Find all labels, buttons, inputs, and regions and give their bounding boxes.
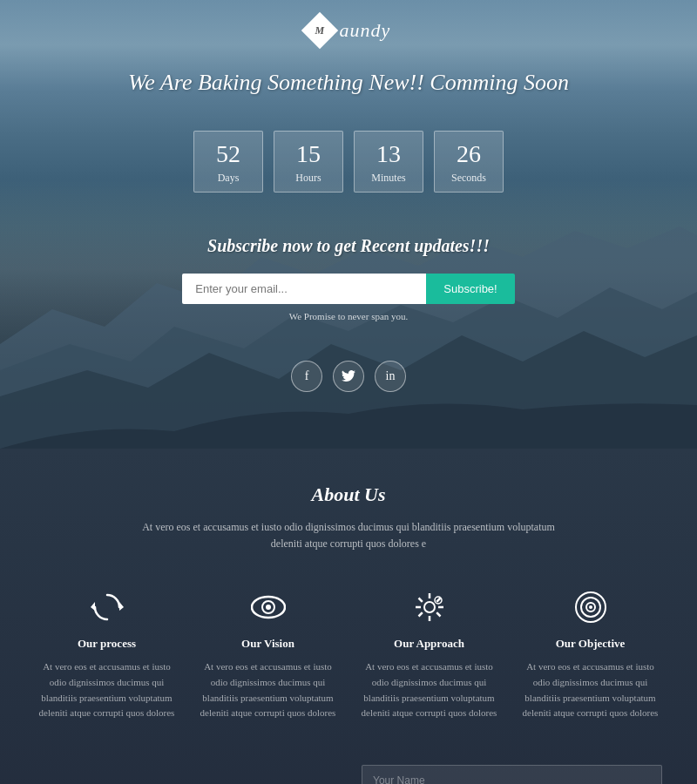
contact-name-input[interactable] [362,765,662,784]
subscribe-note: We Promise to never span you. [0,311,697,321]
svg-marker-3 [119,602,124,611]
facebook-icon[interactable]: f [291,361,322,392]
feature-approach-title: Our Approach [357,637,501,651]
seconds-label: Seconds [442,172,496,185]
svg-marker-4 [91,602,95,611]
minutes-number: 13 [362,142,416,166]
hours-label: Hours [281,172,335,185]
twitter-icon[interactable] [333,361,364,392]
contact-form [362,765,662,784]
about-title: About Us [35,483,662,506]
hero-section: M aundy We Are Baking Something New!! Co… [0,0,697,449]
svg-line-15 [436,598,440,601]
process-icon [35,587,179,626]
countdown-row: 52 Days 15 Hours 13 Minutes 26 Seconds [0,122,697,219]
feature-approach: Our Approach At vero eos et accusamus et… [357,587,501,720]
contact-section: ✉ GET IN TOUCH Lorem ipsum dolor sit ame… [35,765,662,784]
minutes-label: Minutes [362,172,416,185]
svg-line-16 [418,612,422,616]
feature-vision: Our Vision At vero eos et accusamus et i… [196,587,340,720]
objective-icon [518,587,662,626]
seconds-number: 26 [442,142,496,166]
approach-icon [357,587,501,626]
bottom-section: About Us At vero eos et accusamus et ius… [0,449,697,784]
svg-point-7 [266,605,271,610]
countdown-days: 52 Days [193,131,263,193]
subscribe-section: Subscribe now to get Recent updates!!! S… [0,219,697,339]
email-input[interactable] [182,274,426,304]
feature-vision-title: Our Vision [196,637,340,651]
contact-left: ✉ GET IN TOUCH Lorem ipsum dolor sit ame… [35,765,335,784]
svg-line-13 [418,598,422,601]
countdown-minutes: 13 Minutes [354,131,423,193]
logo-diamond: M [301,12,337,49]
logo-bar: M aundy [0,0,697,52]
logo-text: aundy [340,19,391,42]
countdown-seconds: 26 Seconds [434,131,504,193]
vision-icon [196,587,340,626]
subscribe-title: Subscribe now to get Recent updates!!! [0,236,697,256]
feature-process-title: Our process [35,637,179,651]
hero-headline: We Are Baking Something New!! Comming So… [0,52,697,122]
feature-process: Our process At vero eos et accusamus et … [35,587,179,720]
logo-letter: M [315,24,324,37]
svg-point-21 [589,605,592,609]
countdown-hours: 15 Hours [274,131,343,193]
subscribe-form: Subscribe! [0,274,697,304]
days-label: Days [201,172,255,185]
days-number: 52 [201,142,255,166]
about-section: About Us At vero eos et accusamus et ius… [35,483,662,552]
feature-approach-text: At vero eos et accusamus et iusto odio d… [357,659,501,720]
feature-objective-text: At vero eos et accusamus et iusto odio d… [518,659,662,720]
social-row: f in [0,339,697,414]
feature-process-text: At vero eos et accusamus et iusto odio d… [35,659,179,720]
subscribe-button[interactable]: Subscribe! [426,274,514,304]
features-grid: Our process At vero eos et accusamus et … [35,587,662,720]
hours-number: 15 [281,142,335,166]
feature-vision-text: At vero eos et accusamus et iusto odio d… [196,659,340,720]
svg-point-8 [424,602,435,612]
about-text: At vero eos et accusamus et iusto odio d… [131,519,566,552]
linkedin-icon[interactable]: in [375,361,406,392]
feature-objective: Our Objective At vero eos et accusamus e… [518,587,662,720]
svg-line-14 [436,612,440,616]
feature-objective-title: Our Objective [518,637,662,651]
